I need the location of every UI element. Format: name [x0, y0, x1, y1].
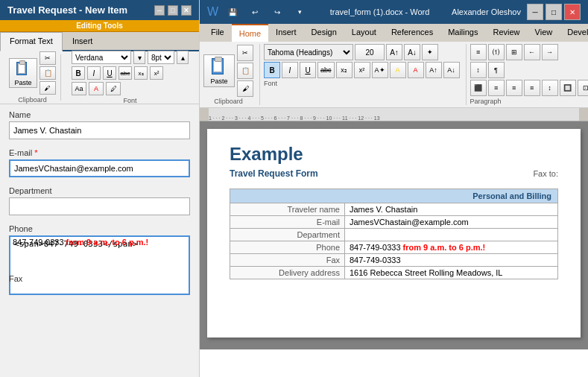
word-sort-btn[interactable]: ↕	[470, 62, 487, 78]
undo-btn[interactable]: ↩	[247, 4, 263, 20]
word-align-right-btn[interactable]: ≡	[506, 80, 522, 96]
font-group: Verdana ▾ 8pt ▴ B I U abc x₂ x²	[66, 54, 195, 101]
word-multilevel-btn[interactable]: ⊞	[506, 44, 522, 60]
underline-btn[interactable]: U	[103, 66, 116, 80]
save-btn[interactable]: 💾	[224, 4, 241, 20]
name-input[interactable]	[9, 121, 190, 139]
minimize-btn[interactable]: ─	[154, 5, 165, 16]
word-show-hide-btn[interactable]: ¶	[488, 62, 505, 78]
phone-textarea[interactable]: <span>847-749-0333</span>	[9, 235, 190, 295]
word-maximize-btn[interactable]: □	[546, 4, 562, 20]
word-tab-home[interactable]: Home	[232, 24, 268, 42]
cut-btn[interactable]: ✂	[39, 51, 56, 65]
name-field: Name	[9, 110, 190, 139]
maximize-btn[interactable]: □	[168, 5, 178, 16]
redo-btn[interactable]: ↪	[269, 4, 285, 20]
word-tab-insert[interactable]: Insert	[268, 24, 304, 42]
fax-row-value: 847-749-0333	[345, 254, 558, 267]
font-family-select[interactable]: Verdana	[72, 51, 131, 64]
strikethrough-btn[interactable]: abc	[118, 66, 132, 80]
word-borders-btn[interactable]: ⊡	[578, 80, 588, 96]
word-superscript-btn[interactable]: x²	[354, 62, 370, 78]
word-bullets-btn[interactable]: ≡	[470, 44, 487, 60]
table-row: Fax 847-749-0333	[230, 254, 558, 267]
font-row-2: B I U abc x₂ x²	[72, 66, 189, 80]
word-minimize-btn[interactable]: ─	[527, 4, 543, 20]
word-tab-view[interactable]: View	[528, 24, 560, 42]
word-paste-btn-container: Paste	[203, 54, 235, 87]
word-tab-review[interactable]: Review	[486, 24, 528, 42]
word-logo-icon: W	[207, 5, 218, 19]
word-italic-btn[interactable]: I	[282, 62, 298, 78]
highlight-btn[interactable]: 🖊	[106, 82, 121, 95]
word-underline-btn[interactable]: U	[300, 62, 316, 78]
word-tab-mailings[interactable]: Mailings	[440, 24, 485, 42]
editing-tools-bar: Editing Tools	[0, 20, 199, 32]
word-font-select[interactable]: Tahoma (Headings)	[264, 44, 353, 60]
tab-format-text[interactable]: Format Text	[0, 32, 63, 51]
word-font-label: Font	[264, 80, 460, 87]
doc-section-header: Personal and Billing	[230, 189, 558, 203]
font-size-increase[interactable]: ▴	[177, 51, 189, 64]
word-color-btn[interactable]: A	[408, 62, 424, 78]
superscript-btn[interactable]: x²	[150, 66, 163, 80]
copy-btn[interactable]: 📋	[39, 66, 56, 80]
clear-format-btn[interactable]: Aa	[72, 82, 86, 95]
word-font-row2: B I U abc x₂ x² A✦ A A A↑ A↓	[264, 62, 460, 78]
word-align-center-btn[interactable]: ≡	[488, 80, 505, 96]
word-font-row1: Tahoma (Headings) 20 A↑ A↓ ✦	[264, 44, 460, 60]
word-line-spacing-btn[interactable]: ↕	[542, 80, 558, 96]
word-tab-references[interactable]: References	[384, 24, 440, 42]
word-fontsize-up-btn[interactable]: A↑	[426, 62, 442, 78]
fax-row-label: Fax	[230, 254, 345, 267]
word-font-grow-btn[interactable]: A↑	[386, 44, 402, 60]
word-copy-btn[interactable]: 📋	[237, 63, 253, 79]
word-format-painter-btn[interactable]: 🖌	[237, 80, 253, 97]
tab-insert[interactable]: Insert	[63, 32, 103, 50]
word-tab-layout[interactable]: Layout	[344, 24, 384, 42]
word-numbering-btn[interactable]: ⑴	[488, 44, 505, 60]
doc-table: Personal and Billing Traveler name James…	[230, 188, 558, 279]
subscript-btn[interactable]: x₂	[134, 66, 148, 80]
word-ribbon-groups: Paste ✂ 📋 🖌 Clipboard Tahoma (Headings) …	[200, 42, 588, 108]
word-win-controls: ─ □ ✕	[527, 4, 581, 20]
word-tab-file[interactable]: File	[203, 24, 232, 42]
word-close-btn[interactable]: ✕	[564, 4, 581, 20]
customize-btn[interactable]: ▾	[291, 4, 308, 20]
email-required-mark: *	[34, 148, 37, 157]
word-font-shrink-btn[interactable]: A↓	[404, 44, 420, 60]
font-color-btn[interactable]: A	[89, 82, 104, 95]
word-highlight-btn[interactable]: A	[390, 62, 406, 78]
word-paste-btn[interactable]: Paste	[203, 54, 235, 87]
word-subscript-btn[interactable]: x₂	[336, 62, 353, 78]
word-indent-dec-btn[interactable]: ←	[524, 44, 540, 60]
word-justify-btn[interactable]: ≡	[524, 80, 540, 96]
sharepoint-panel: Travel Request - New Item ─ □ ✕ Editing …	[0, 0, 200, 377]
word-clear-btn[interactable]: ✦	[422, 44, 438, 60]
word-bold-btn[interactable]: B	[264, 62, 280, 78]
department-input[interactable]	[9, 197, 190, 215]
bold-btn[interactable]: B	[72, 66, 85, 80]
word-fontsize-down-btn[interactable]: A↓	[443, 62, 460, 78]
word-effects-btn[interactable]: A✦	[372, 62, 388, 78]
word-tab-develop[interactable]: Develop...	[560, 24, 588, 42]
word-indent-inc-btn[interactable]: →	[542, 44, 558, 60]
word-tab-design[interactable]: Design	[304, 24, 344, 42]
word-paste-label: Paste	[210, 77, 227, 85]
italic-btn[interactable]: I	[87, 66, 101, 80]
format-painter-btn[interactable]: 🖌	[39, 81, 56, 95]
word-align-left-btn[interactable]: ⬛	[470, 80, 487, 96]
word-page: Example Travel Request Form Fax to: Pers…	[207, 129, 581, 338]
word-font-size-btn[interactable]: 20	[355, 44, 385, 60]
font-size-decrease[interactable]: ▾	[133, 51, 145, 64]
font-size-select[interactable]: 8pt	[148, 51, 174, 64]
word-cut-btn[interactable]: ✂	[237, 45, 253, 61]
email-input[interactable]	[9, 159, 190, 177]
word-strikethrough-btn[interactable]: abc	[317, 62, 335, 78]
word-para-row1: ≡ ⑴ ⊞ ← → ↕ ¶	[470, 44, 567, 78]
paste-button[interactable]: Paste	[9, 58, 37, 88]
word-shading-btn[interactable]: 🔲	[560, 80, 576, 96]
close-btn[interactable]: ✕	[181, 5, 192, 16]
phone-row-value: 847-749-0333 from 9 a.m. to 6 p.m.!	[345, 241, 558, 254]
phone-field: Phone <span>847-749-0333</span> 847-749-…	[9, 224, 190, 298]
